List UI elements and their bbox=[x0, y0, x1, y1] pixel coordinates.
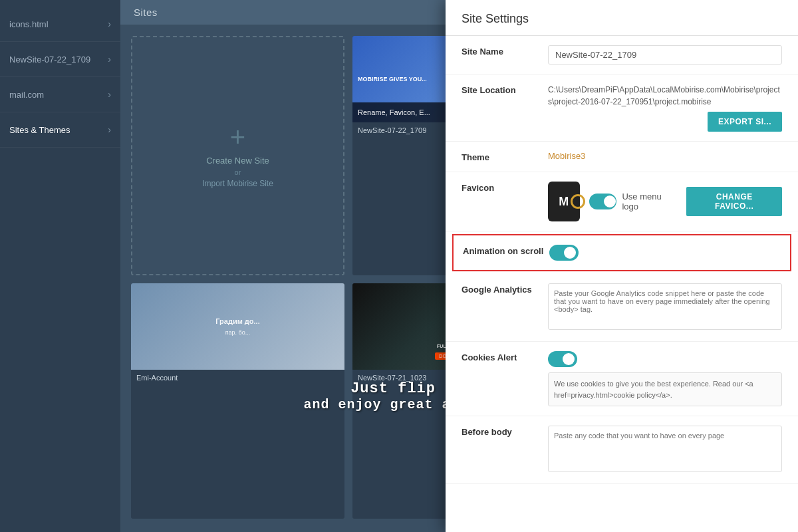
sidebar-item-newsite-label: NewSite-07-22_1709 bbox=[9, 55, 108, 65]
settings-title: Site Settings bbox=[462, 12, 529, 25]
chevron-right-icon: › bbox=[108, 54, 111, 65]
theme-row: Theme Mobirise3 bbox=[446, 142, 798, 172]
settings-header: Site Settings bbox=[446, 0, 798, 36]
site-name-row: Site Name bbox=[446, 36, 798, 74]
settings-panel: Site Settings Site Name Site Location C:… bbox=[446, 0, 798, 532]
import-label: Import Mobirise Site bbox=[202, 179, 273, 188]
create-new-label: Create New Site bbox=[206, 156, 269, 166]
chevron-right-icon: › bbox=[108, 19, 111, 29]
overlay-text: Rename, Favicon, E... bbox=[358, 108, 430, 116]
sidebar-item-themes[interactable]: Sites & Themes › bbox=[0, 112, 120, 148]
main-content: Sites + Create New Site or Import Mobiri… bbox=[120, 0, 798, 532]
sidebar-item-mail-label: mail.com bbox=[9, 90, 108, 100]
google-analytics-label: Google Analytics bbox=[462, 283, 548, 295]
emi-label: Emi-Account bbox=[131, 370, 344, 386]
sidebar-item-mail[interactable]: mail.com › bbox=[0, 77, 120, 112]
favicon-label: Favicon bbox=[462, 182, 548, 193]
site-name-label: Site Name bbox=[462, 45, 548, 57]
sidebar-item-icons[interactable]: icons.html › bbox=[0, 7, 120, 42]
sites-title: Sites bbox=[134, 7, 158, 18]
use-menu-logo-switch[interactable] bbox=[589, 194, 617, 209]
chevron-right-icon: › bbox=[108, 124, 111, 135]
animation-toggle-slider bbox=[549, 245, 579, 261]
before-body-label: Before body bbox=[462, 426, 548, 437]
sidebar-item-newsite[interactable]: NewSite-07-22_1709 › bbox=[0, 42, 120, 77]
change-favicon-button[interactable]: CHANGE FAVICO... bbox=[686, 187, 782, 216]
toggle-slider bbox=[589, 194, 617, 209]
theme-label: Theme bbox=[462, 151, 548, 162]
plus-icon: + bbox=[230, 124, 245, 150]
or-text: or bbox=[235, 168, 241, 176]
favicon-phone-icon: M bbox=[548, 182, 580, 221]
create-new-site-card[interactable]: + Create New Site or Import Mobirise Sit… bbox=[131, 36, 344, 275]
google-analytics-input[interactable] bbox=[548, 283, 782, 330]
animation-label: Animation on scroll bbox=[463, 245, 549, 256]
site-location-label: Site Location bbox=[462, 84, 548, 95]
export-site-button[interactable]: EXPORT SI... bbox=[708, 112, 782, 132]
favicon-controls: M Use menu logo CHANGE FAVICO... bbox=[548, 182, 782, 221]
animation-row-wrapper: Animation on scroll bbox=[446, 231, 798, 274]
animation-toggle-switch[interactable] bbox=[549, 245, 579, 261]
cookies-alert-label: Cookies Alert bbox=[462, 351, 548, 362]
theme-link[interactable]: Mobirise3 bbox=[548, 151, 585, 161]
animation-toggle-value bbox=[549, 245, 781, 261]
chevron-right-icon: › bbox=[108, 89, 111, 100]
cookies-alert-row: Cookies Alert We use cookies to give you… bbox=[446, 342, 798, 416]
site-location-value: C:\Users\DreamPiF\AppData\Local\Mobirise… bbox=[548, 84, 782, 132]
sidebar-item-themes-label: Sites & Themes bbox=[9, 125, 108, 135]
animation-on-scroll-row: Animation on scroll bbox=[452, 234, 791, 271]
cookies-toggle-slider bbox=[548, 351, 577, 367]
sidebar: icons.html › NewSite-07-22_1709 › mail.c… bbox=[0, 0, 120, 532]
theme-value: Mobirise3 bbox=[548, 151, 782, 161]
use-menu-logo-toggle: Use menu logo bbox=[589, 192, 678, 211]
use-menu-logo-label: Use menu logo bbox=[622, 192, 677, 211]
sidebar-item-icons-label: icons.html bbox=[9, 19, 108, 29]
cookies-toggle-switch[interactable] bbox=[548, 351, 577, 367]
emi-thumb: Градим до... пар. бо... bbox=[131, 283, 344, 370]
google-analytics-row: Google Analytics bbox=[446, 274, 798, 342]
site-name-value bbox=[548, 45, 782, 65]
google-analytics-value bbox=[548, 283, 782, 332]
before-body-value bbox=[548, 426, 782, 474]
favicon-row: Favicon M Use menu logo CHANGE FAVICO... bbox=[446, 172, 798, 231]
location-text: C:\Users\DreamPiF\AppData\Local\Mobirise… bbox=[548, 84, 782, 108]
site-name-input[interactable] bbox=[548, 45, 782, 65]
site-location-row: Site Location C:\Users\DreamPiF\AppData\… bbox=[446, 74, 798, 142]
site-card-emi[interactable]: Градим до... пар. бо... Emi-Account bbox=[131, 283, 344, 519]
favicon-value: M Use menu logo CHANGE FAVICO... bbox=[548, 182, 782, 221]
cookies-alert-text: We use cookies to give you the best expe… bbox=[548, 372, 782, 406]
before-body-row: Before body bbox=[446, 416, 798, 484]
cookies-alert-value: We use cookies to give you the best expe… bbox=[548, 351, 782, 406]
before-body-input[interactable] bbox=[548, 426, 782, 472]
